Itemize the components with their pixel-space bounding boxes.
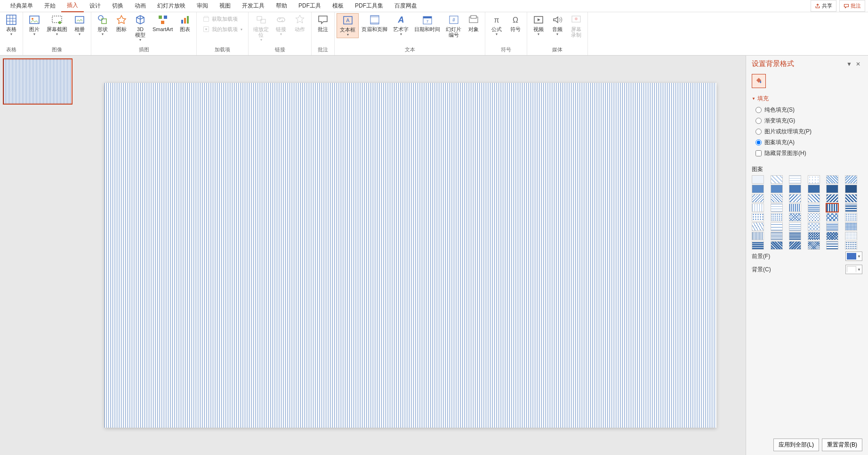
pattern-swatch-23[interactable] — [845, 203, 857, 212]
pattern-swatch-26[interactable] — [789, 213, 801, 221]
fill-section-header[interactable]: ▼ 填充 — [752, 93, 862, 105]
pattern-swatch-15[interactable] — [808, 194, 820, 203]
ribbon-object[interactable]: 对象 — [464, 13, 483, 33]
pattern-swatch-45[interactable] — [808, 241, 820, 250]
radio-input[interactable] — [755, 118, 762, 124]
pattern-swatch-44[interactable] — [789, 241, 801, 250]
pattern-swatch-37[interactable] — [771, 232, 783, 240]
tab-设计[interactable]: 设计 — [84, 0, 106, 12]
pattern-swatch-39[interactable] — [808, 232, 820, 240]
pattern-swatch-18[interactable] — [752, 203, 764, 212]
apply-all-button[interactable]: 应用到全部(L) — [773, 439, 819, 451]
ribbon-screenshot[interactable]: 屏幕截图▾ — [44, 13, 70, 37]
pattern-swatch-1[interactable] — [771, 175, 783, 184]
pattern-swatch-25[interactable] — [771, 213, 783, 221]
pattern-swatch-24[interactable] — [752, 213, 764, 221]
pattern-swatch-27[interactable] — [808, 213, 820, 221]
tab-开始[interactable]: 开始 — [39, 0, 61, 12]
tab-切换[interactable]: 切换 — [106, 0, 129, 12]
ribbon-comment[interactable]: 批注 — [313, 13, 332, 33]
tab-动画[interactable]: 动画 — [129, 0, 152, 12]
pattern-swatch-12[interactable] — [752, 194, 764, 203]
ribbon-cube[interactable]: 3D 模型▾ — [131, 13, 150, 43]
pattern-swatch-35[interactable] — [845, 222, 857, 231]
ribbon-video[interactable]: 视频▾ — [529, 13, 548, 37]
pattern-swatch-4[interactable] — [826, 175, 838, 184]
tab-帮助[interactable]: 帮助 — [270, 0, 293, 12]
ribbon-album[interactable]: 相册▾ — [70, 13, 89, 37]
pattern-swatch-19[interactable] — [771, 203, 783, 212]
slide-canvas[interactable] — [104, 83, 716, 427]
ribbon-table[interactable]: 表格▾ — [2, 13, 21, 37]
ribbon-headerfooter[interactable]: 页眉和页脚 — [359, 13, 390, 33]
ribbon-icons[interactable]: 图标 — [112, 13, 131, 33]
fill-radio-pattern[interactable]: 图案填充(A) — [752, 137, 862, 148]
tab-插入[interactable]: 插入 — [61, 0, 84, 12]
pattern-swatch-41[interactable] — [845, 232, 857, 240]
background-color-picker[interactable]: ▼ — [845, 265, 862, 274]
pattern-swatch-43[interactable] — [771, 241, 783, 250]
radio-input[interactable] — [755, 139, 762, 146]
tab-PDF工具集[interactable]: PDF工具集 — [349, 0, 389, 12]
pattern-swatch-3[interactable] — [808, 175, 820, 184]
pattern-swatch-7[interactable] — [771, 185, 783, 193]
pattern-swatch-11[interactable] — [845, 185, 857, 193]
share-button[interactable]: 共享 — [811, 0, 836, 12]
pattern-swatch-0[interactable] — [752, 175, 764, 184]
pattern-swatch-10[interactable] — [826, 185, 838, 193]
pattern-swatch-5[interactable] — [845, 175, 857, 184]
pattern-swatch-2[interactable] — [789, 175, 801, 184]
radio-input[interactable] — [755, 129, 762, 135]
tab-开发工具[interactable]: 开发工具 — [236, 0, 270, 12]
ribbon-equation[interactable]: π公式▾ — [487, 13, 506, 37]
tab-视图[interactable]: 视图 — [214, 0, 236, 12]
pattern-swatch-36[interactable] — [752, 232, 764, 240]
pattern-swatch-9[interactable] — [808, 185, 820, 193]
pattern-swatch-6[interactable] — [752, 185, 764, 193]
pattern-swatch-40[interactable] — [826, 232, 838, 240]
tab-PDF工具[interactable]: PDF工具 — [293, 0, 327, 12]
pattern-swatch-47[interactable] — [845, 241, 857, 250]
pattern-swatch-46[interactable] — [826, 241, 838, 250]
ribbon-datetime[interactable]: 7日期和时间 — [411, 13, 443, 33]
ribbon-picture[interactable]: 图片▾ — [25, 13, 44, 37]
fill-tab-button[interactable] — [752, 74, 766, 88]
ribbon-audio[interactable]: 音频▾ — [548, 13, 567, 37]
fill-radio-solid[interactable]: 纯色填充(S) — [752, 105, 862, 115]
pattern-swatch-20[interactable] — [789, 203, 801, 212]
pane-dropdown-icon[interactable]: ▼ — [844, 61, 854, 67]
ribbon-symbol[interactable]: Ω符号 — [506, 13, 525, 33]
pattern-swatch-21[interactable] — [808, 203, 820, 212]
pattern-swatch-22[interactable] — [826, 203, 838, 212]
foreground-color-picker[interactable]: ▼ — [845, 252, 862, 261]
tab-经典菜单[interactable]: 经典菜单 — [5, 0, 39, 12]
pattern-swatch-30[interactable] — [752, 222, 764, 231]
ribbon-smartart[interactable]: SmartArt — [150, 13, 176, 33]
fill-radio-picture[interactable]: 图片或纹理填充(P) — [752, 126, 862, 137]
fill-radio-gradient[interactable]: 渐变填充(G) — [752, 115, 862, 126]
reset-background-button[interactable]: 重置背景(B) — [822, 439, 862, 451]
pattern-swatch-34[interactable] — [826, 222, 838, 231]
radio-input[interactable] — [755, 107, 762, 113]
pattern-swatch-38[interactable] — [789, 232, 801, 240]
tab-审阅[interactable]: 审阅 — [191, 0, 214, 12]
pattern-swatch-32[interactable] — [789, 222, 801, 231]
thumbnail-pane[interactable] — [0, 56, 75, 455]
pane-close-icon[interactable]: ✕ — [854, 61, 862, 67]
ribbon-slidenumber[interactable]: #幻灯片 编号 — [443, 13, 464, 39]
pattern-swatch-29[interactable] — [845, 213, 857, 221]
pattern-swatch-42[interactable] — [752, 241, 764, 250]
pattern-swatch-16[interactable] — [826, 194, 838, 203]
tab-模板[interactable]: 模板 — [327, 0, 349, 12]
hide-bg-checkbox-input[interactable] — [755, 150, 762, 156]
ribbon-shapes[interactable]: 形状▾ — [93, 13, 112, 37]
pattern-swatch-17[interactable] — [845, 194, 857, 203]
pattern-swatch-13[interactable] — [771, 194, 783, 203]
ribbon-chart[interactable]: 图表 — [176, 13, 194, 33]
pattern-swatch-28[interactable] — [826, 213, 838, 221]
tab-幻灯片放映[interactable]: 幻灯片放映 — [152, 0, 191, 12]
pattern-swatch-33[interactable] — [808, 222, 820, 231]
slide-thumbnail-1[interactable] — [3, 58, 72, 105]
ribbon-wordart[interactable]: A艺术字▾ — [390, 13, 411, 37]
comments-button[interactable]: 批注 — [839, 0, 865, 12]
